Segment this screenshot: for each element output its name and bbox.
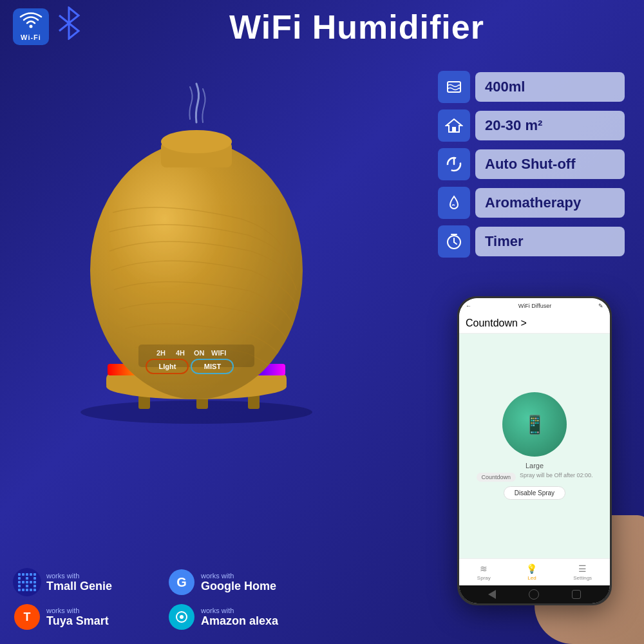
svg-text:LIght: LIght bbox=[159, 363, 176, 370]
tmall-name: Tmall Genie bbox=[46, 580, 112, 593]
svg-text:MIST: MIST bbox=[204, 363, 222, 370]
svg-line-4 bbox=[59, 23, 69, 31]
compat-google: G works with Google Home bbox=[167, 568, 316, 596]
svg-marker-1 bbox=[69, 8, 79, 23]
tmall-logo bbox=[13, 568, 41, 596]
tuya-text: works with Tuya Smart bbox=[46, 607, 109, 628]
phone-home-btn[interactable] bbox=[529, 589, 539, 600]
countdown-label: Countdown > bbox=[466, 317, 527, 329]
settings-icon: ☰ bbox=[578, 564, 587, 574]
phone-status-bar: ← WiFi Diffuser ✎ bbox=[459, 298, 610, 314]
compat-tmall: works with Tmall Genie bbox=[13, 568, 161, 596]
page-title: WiFi Humidifier bbox=[82, 8, 631, 46]
tmall-works-with: works with bbox=[46, 572, 112, 580]
phone-recents-btn[interactable] bbox=[572, 590, 581, 599]
phone-nav-spray[interactable]: ≋ Spray bbox=[477, 564, 491, 581]
header: Wi-Fi WiFi Humidifier bbox=[0, 6, 644, 47]
phone-back-btn[interactable] bbox=[488, 590, 496, 599]
feature-aromatherapy: Aromatherapy bbox=[438, 187, 625, 219]
svg-text:4H: 4H bbox=[176, 349, 185, 357]
shutoff-icon-box bbox=[438, 148, 470, 180]
phone-navigation-bar bbox=[459, 585, 610, 603]
phone-mockup: ← WiFi Diffuser ✎ Countdown > 📱 Large Co… bbox=[438, 283, 644, 644]
water-waves-icon bbox=[445, 78, 463, 96]
google-name: Google Home bbox=[201, 580, 276, 593]
svg-line-3 bbox=[59, 15, 69, 23]
phone-countdown-badge: Countdown bbox=[477, 473, 516, 482]
connectivity-icons: Wi-Fi bbox=[13, 6, 82, 47]
wifi-icon-box: Wi-Fi bbox=[13, 8, 49, 45]
feature-timer: Timer bbox=[438, 225, 625, 258]
svg-rect-7 bbox=[452, 127, 456, 132]
aromatherapy-icon-box bbox=[438, 187, 470, 219]
google-works-with: works with bbox=[201, 572, 276, 580]
phone-nav-led[interactable]: 💡 Led bbox=[526, 564, 537, 581]
phone-disable-spray-button[interactable]: Disable Spray bbox=[504, 486, 565, 500]
phone-spray-off-text: Spray will be Off after 02:00. bbox=[520, 472, 592, 478]
bluetooth-icon bbox=[55, 6, 82, 47]
svg-point-37 bbox=[180, 615, 184, 619]
svg-text:ON: ON bbox=[194, 349, 205, 357]
svg-rect-5 bbox=[448, 82, 460, 92]
svg-line-12 bbox=[454, 242, 457, 244]
aromatherapy-text: Aromatherapy bbox=[475, 188, 625, 218]
led-icon: 💡 bbox=[526, 564, 537, 574]
phone-bottom-bar: ≋ Spray 💡 Led ☰ Settings bbox=[459, 558, 610, 585]
capacity-icon-box bbox=[438, 71, 470, 103]
led-label: Led bbox=[527, 575, 536, 581]
timer-icon-box bbox=[438, 225, 470, 258]
svg-point-0 bbox=[30, 25, 33, 28]
house-icon bbox=[445, 117, 463, 135]
alexa-name: Amazon alexa bbox=[201, 614, 278, 628]
humidifier-image: 2H 4H ON WIFI LIght MIST bbox=[61, 97, 332, 431]
feature-coverage: 20-30 m² bbox=[438, 109, 625, 142]
tuya-works-with: works with bbox=[46, 607, 109, 614]
tmall-text: works with Tmall Genie bbox=[46, 572, 112, 593]
timer-text: Timer bbox=[475, 227, 625, 256]
google-icon: G bbox=[169, 569, 194, 595]
svg-text:WIFI: WIFI bbox=[211, 349, 226, 357]
tuya-logo: T bbox=[13, 603, 41, 631]
wifi-symbol bbox=[19, 12, 43, 33]
phone-title: WiFi Diffuser bbox=[518, 303, 551, 309]
compatible-section: works with Tmall Genie G works with Goog… bbox=[6, 562, 322, 638]
phone-nav-settings[interactable]: ☰ Settings bbox=[573, 564, 592, 581]
spray-icon: ≋ bbox=[480, 564, 488, 574]
svg-marker-2 bbox=[69, 23, 79, 39]
product-area: 2H 4H ON WIFI LIght MIST bbox=[6, 64, 386, 464]
settings-label: Settings bbox=[573, 575, 592, 581]
humidifier-body: 2H 4H ON WIFI LIght MIST bbox=[61, 116, 332, 425]
features-list: 400ml 20-30 m² Auto Shut-off Aro bbox=[438, 71, 625, 258]
alexa-icon bbox=[169, 604, 194, 630]
tmall-icon bbox=[18, 573, 36, 591]
phone-main: 📱 Large Countdown Spray will be Off afte… bbox=[459, 334, 610, 558]
google-logo: G bbox=[167, 568, 196, 596]
shutoff-text: Auto Shut-off bbox=[475, 149, 625, 179]
alexa-logo bbox=[167, 603, 196, 631]
droplet-icon bbox=[445, 194, 463, 212]
feature-capacity: 400ml bbox=[438, 71, 625, 103]
compat-alexa: works with Amazon alexa bbox=[167, 603, 316, 631]
phone-header: Countdown > bbox=[459, 314, 610, 334]
wifi-label: Wi-Fi bbox=[21, 33, 41, 41]
compat-tuya: T works with Tuya Smart bbox=[13, 603, 161, 631]
svg-point-26 bbox=[161, 130, 232, 153]
phone-diffuser-circle: 📱 bbox=[502, 392, 567, 457]
spray-label: Spray bbox=[477, 575, 491, 581]
power-icon bbox=[445, 155, 463, 173]
phone-outer: ← WiFi Diffuser ✎ Countdown > 📱 Large Co… bbox=[457, 296, 612, 605]
phone-screen: ← WiFi Diffuser ✎ Countdown > 📱 Large Co… bbox=[459, 298, 610, 603]
google-text: works with Google Home bbox=[201, 572, 276, 593]
alexa-works-with: works with bbox=[201, 607, 278, 614]
clock-icon bbox=[445, 232, 463, 251]
svg-text:2H: 2H bbox=[156, 349, 166, 357]
alexa-text: works with Amazon alexa bbox=[201, 607, 278, 628]
tuya-icon: T bbox=[14, 604, 40, 630]
coverage-icon-box bbox=[438, 109, 470, 142]
phone-large-label: Large bbox=[526, 462, 544, 469]
coverage-text: 20-30 m² bbox=[475, 111, 625, 140]
feature-shutoff: Auto Shut-off bbox=[438, 148, 625, 180]
phone-diffuser-icon: 📱 bbox=[524, 414, 546, 435]
capacity-text: 400ml bbox=[475, 72, 625, 102]
tuya-name: Tuya Smart bbox=[46, 614, 109, 628]
